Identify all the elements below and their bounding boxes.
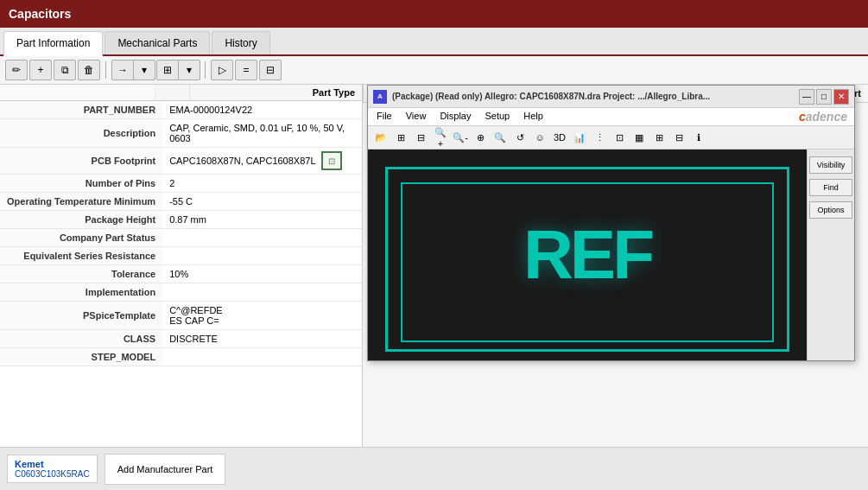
pkg-maximize-button[interactable]: □ <box>816 89 832 105</box>
filter-button[interactable]: ▷ <box>211 60 233 80</box>
pkg-close-button[interactable]: ✕ <box>833 89 849 105</box>
table-row: Company Part Status <box>0 229 362 247</box>
pkg-minimize-button[interactable]: — <box>799 89 814 105</box>
pkg-tool-zoom-area[interactable]: 🔍 <box>491 128 510 147</box>
manufacturer-part-number: C0603C103K5RAC <box>15 469 90 479</box>
table-row: Implementation <box>0 283 362 302</box>
table-row: PART_NUMBER EMA-00000124V22 <box>0 101 362 119</box>
prop-value-description: CAP, Ceramic, SMD, 0.01 uF, 10 %, 50 V, … <box>162 119 362 148</box>
view-grid-button[interactable]: ⊞ <box>156 60 179 80</box>
prop-value-pcb: CAPC1608X87N, CAPC1608X87L ⊡ <box>162 148 362 174</box>
minus-button[interactable]: ⊟ <box>259 60 282 80</box>
menu-file[interactable]: File <box>375 110 394 124</box>
pkg-canvas: REF <box>368 150 807 360</box>
app-title: Capacitors <box>9 7 71 21</box>
table-row: Tolerance 10% <box>0 265 362 283</box>
menu-view[interactable]: View <box>404 110 428 124</box>
prop-label: Implementation <box>0 283 162 302</box>
pkg-tool-open[interactable]: 📂 <box>371 128 390 147</box>
prop-label: Description <box>0 119 162 148</box>
prop-label: Company Part Status <box>0 229 162 247</box>
prop-value-part-number: EMA-00000124V22 <box>162 101 362 119</box>
table-row: Equivalent Series Resistance <box>0 247 362 265</box>
col-part-type: Part Type <box>189 85 362 100</box>
pkg-tool-grid3[interactable]: ⋮ <box>590 128 609 147</box>
pkg-tool-rotate[interactable]: ↺ <box>510 128 529 147</box>
menu-setup[interactable]: Setup <box>483 110 511 124</box>
prop-label: PCB Footprint <box>0 148 162 175</box>
prop-label: Tolerance <box>0 265 162 283</box>
pkg-tool-stream[interactable]: ⊟ <box>669 128 688 147</box>
prop-label: Equivalent Series Resistance <box>0 247 162 265</box>
menu-spacer <box>555 110 789 124</box>
nav-arrow-button[interactable]: → <box>111 60 134 80</box>
pkg-tool-3d[interactable]: 3D <box>550 128 569 147</box>
table-row: Operating Temperature Minimum -55 C <box>0 193 362 211</box>
view-btn-group: ⊞ ▾ <box>156 60 200 80</box>
menu-display[interactable]: Display <box>438 110 472 124</box>
pkg-visibility-button[interactable]: Visibility <box>809 156 852 174</box>
pkg-side-panel: Visibility Find Options <box>807 150 854 360</box>
table-row: STEP_MODEL <box>0 348 362 366</box>
bottom-bar: Kemet C0603C103K5RAC Add Manufacturer Pa… <box>0 447 868 490</box>
pkg-menubar: File View Display Setup Help cadence <box>368 108 854 126</box>
pkg-tool-zoom-out[interactable]: 🔍- <box>451 128 470 147</box>
pkg-tool-zoom-fit[interactable]: ⊕ <box>471 128 490 147</box>
prop-value-op-temp: -55 C <box>162 193 362 211</box>
prop-label: CLASS <box>0 330 162 348</box>
pkg-tool-smiley[interactable]: ☺ <box>530 128 549 147</box>
manufacturer-item[interactable]: Kemet C0603C103K5RAC <box>7 455 98 483</box>
nav-btn-group: → ▾ <box>111 60 155 80</box>
pkg-options-button[interactable]: Options <box>809 201 852 219</box>
pkg-app-icon: A <box>373 90 387 104</box>
table-row: CLASS DISCRETE <box>0 330 362 348</box>
equals-button[interactable]: = <box>235 60 257 80</box>
pkg-tool-comp[interactable]: ▦ <box>630 128 649 147</box>
prop-value-company-status <box>162 229 362 247</box>
menu-help[interactable]: Help <box>522 110 545 124</box>
table-row: PCB Footprint CAPC1608X87N, CAPC1608X87L… <box>0 148 362 175</box>
properties-panel: Part Type PART_NUMBER EMA-00000124V22 De… <box>0 85 363 447</box>
tab-mechanical-parts[interactable]: Mechanical Parts <box>105 31 210 54</box>
prop-label: Number of Pins <box>0 175 162 193</box>
delete-button[interactable]: 🗑 <box>78 60 100 80</box>
tab-part-information[interactable]: Part Information <box>3 31 103 56</box>
tab-history[interactable]: History <box>212 31 269 54</box>
pkg-tool-zoom-in[interactable]: 🔍+ <box>431 128 450 147</box>
pkg-title-content: A (Package) (Read only) Allegro: CAPC160… <box>373 90 710 104</box>
pkg-tool-grid2[interactable]: ⊟ <box>411 128 430 147</box>
add-button[interactable]: + <box>29 60 52 80</box>
pkg-tool-layout[interactable]: ⊡ <box>610 128 629 147</box>
table-row: Description CAP, Ceramic, SMD, 0.01 uF, … <box>0 119 362 148</box>
add-manufacturer-part-button[interactable]: Add Manufacturer Part <box>105 454 226 485</box>
prop-value-pspice: C^@REFDE ES CAP C= <box>162 302 362 330</box>
pkg-tool-route[interactable]: ⊞ <box>649 128 668 147</box>
prop-value-class: DISCRETE <box>162 330 362 348</box>
prop-value-tolerance: 10% <box>162 265 362 283</box>
prop-value-esr <box>162 247 362 265</box>
pkg-tool-info[interactable]: ℹ <box>689 128 708 147</box>
tabs-container: Part Information Mechanical Parts Histor… <box>0 28 868 56</box>
prop-label: PSpiceTemplate <box>0 302 162 330</box>
pcb-footprint-icon-button[interactable]: ⊡ <box>321 151 342 170</box>
prop-label: Package Height <box>0 211 162 229</box>
edit-button[interactable]: ✏ <box>5 60 28 80</box>
pkg-find-button[interactable]: Find <box>809 179 852 196</box>
pkg-canvas-area: REF Visibility Find Options <box>368 150 854 360</box>
copy-button[interactable]: ⧉ <box>54 60 76 80</box>
prop-label: STEP_MODEL <box>0 348 162 366</box>
ref-text: REF <box>523 215 651 295</box>
manufacturer-name: Kemet <box>15 459 90 469</box>
separator-1 <box>105 61 106 79</box>
prop-label: Operating Temperature Minimum <box>0 193 162 211</box>
view-dropdown-button[interactable]: ▾ <box>178 60 200 80</box>
nav-dropdown-button[interactable]: ▾ <box>133 60 155 80</box>
prop-value-pkg-height: 0.87 mm <box>162 211 362 229</box>
main-toolbar: ✏ + ⧉ 🗑 → ▾ ⊞ ▾ ▷ = ⊟ <box>0 56 868 85</box>
table-row: Number of Pins 2 <box>0 175 362 193</box>
package-window: A (Package) (Read only) Allegro: CAPC160… <box>367 85 855 361</box>
pkg-tool-grid1[interactable]: ⊞ <box>391 128 410 147</box>
prop-value-step <box>162 348 362 366</box>
cadence-brand: cadence <box>799 110 847 124</box>
pkg-tool-report[interactable]: 📊 <box>570 128 589 147</box>
